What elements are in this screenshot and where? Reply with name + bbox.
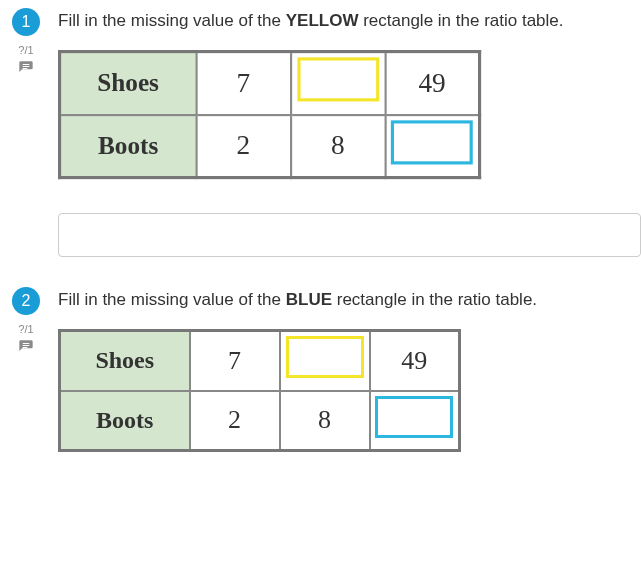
yellow-highlight-box xyxy=(286,336,364,378)
cell-boots-1: 2 xyxy=(190,391,280,451)
blue-highlight-box xyxy=(391,120,473,164)
points-label: ?/1 xyxy=(18,44,33,56)
question-number-badge: 1 xyxy=(12,8,40,36)
row-label-shoes: Shoes xyxy=(60,331,190,391)
question-meta: 2 ?/1 xyxy=(4,287,48,355)
question-1: 1 ?/1 Fill in the missing value of the Y… xyxy=(4,8,641,257)
cell-shoes-1: 7 xyxy=(190,331,280,391)
row-label-boots: Boots xyxy=(60,115,197,178)
answer-input[interactable] xyxy=(58,213,641,257)
question-content: Fill in the missing value of the BLUE re… xyxy=(48,287,641,452)
question-2: 2 ?/1 Fill in the missing value of the B… xyxy=(4,287,641,452)
cell-shoes-3: 49 xyxy=(385,52,480,115)
cell-boots-2: 8 xyxy=(291,115,385,178)
prompt-text: rectangle in the ratio table. xyxy=(332,290,537,309)
table-row: Boots 2 8 xyxy=(60,115,480,178)
comment-icon[interactable] xyxy=(18,60,34,76)
cell-shoes-2-yellow xyxy=(291,52,385,115)
question-prompt: Fill in the missing value of the YELLOW … xyxy=(58,10,641,32)
question-content: Fill in the missing value of the YELLOW … xyxy=(48,8,641,257)
ratio-table: Shoes 7 49 Boots 2 8 xyxy=(58,50,481,179)
row-label-boots: Boots xyxy=(60,391,190,451)
table-row: Shoes 7 49 xyxy=(60,52,480,115)
blue-highlight-box xyxy=(375,396,453,438)
cell-boots-3-blue xyxy=(370,391,460,451)
question-meta: 1 ?/1 xyxy=(4,8,48,76)
cell-boots-3-blue xyxy=(385,115,480,178)
ratio-table: Shoes 7 49 Boots 2 8 xyxy=(58,329,461,452)
prompt-text: rectangle in the ratio table. xyxy=(358,11,563,30)
question-prompt: Fill in the missing value of the BLUE re… xyxy=(58,289,641,311)
prompt-text: Fill in the missing value of the xyxy=(58,290,286,309)
prompt-highlight-word: BLUE xyxy=(286,290,332,309)
cell-boots-2: 8 xyxy=(280,391,370,451)
yellow-highlight-box xyxy=(297,58,379,102)
question-number-badge: 2 xyxy=(12,287,40,315)
cell-shoes-1: 7 xyxy=(196,52,291,115)
prompt-text: Fill in the missing value of the xyxy=(58,11,286,30)
cell-shoes-2-yellow xyxy=(280,331,370,391)
cell-boots-1: 2 xyxy=(196,115,291,178)
cell-shoes-3: 49 xyxy=(370,331,460,391)
row-label-shoes: Shoes xyxy=(60,52,197,115)
points-label: ?/1 xyxy=(18,323,33,335)
table-row: Shoes 7 49 xyxy=(60,331,460,391)
table-row: Boots 2 8 xyxy=(60,391,460,451)
comment-icon[interactable] xyxy=(18,339,34,355)
prompt-highlight-word: YELLOW xyxy=(286,11,359,30)
